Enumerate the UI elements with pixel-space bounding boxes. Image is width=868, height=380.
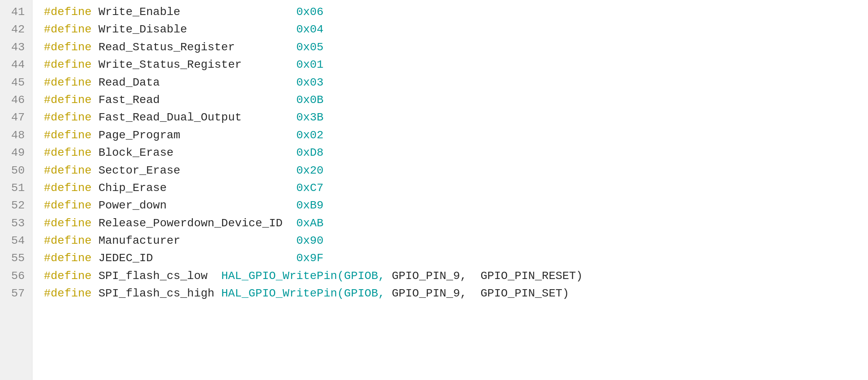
- define-keyword: #define: [44, 162, 98, 179]
- define-keyword: #define: [44, 285, 98, 302]
- code-line: #define Read_Status_Register 0x05: [44, 39, 868, 56]
- macro-name: Read_Data: [98, 74, 296, 91]
- line-number: 48: [7, 127, 25, 144]
- code-line: #define Power_down 0xB9: [44, 197, 868, 214]
- code-line: #define Write_Status_Register 0x01: [44, 56, 868, 73]
- macro-value: 0x01: [296, 56, 324, 73]
- code-line: #define SPI_flash_cs_low HAL_GPIO_WriteP…: [44, 267, 868, 285]
- code-line: #define Page_Program 0x02: [44, 127, 868, 144]
- line-number: 46: [7, 91, 25, 109]
- define-keyword: #define: [44, 232, 98, 249]
- define-keyword: #define: [44, 127, 98, 144]
- macro-value: HAL_GPIO_WritePin(GPIOB,: [221, 285, 385, 302]
- macro-value: 0xB9: [296, 197, 324, 214]
- code-line: #define Write_Disable 0x04: [44, 21, 868, 38]
- define-keyword: #define: [44, 179, 98, 197]
- macro-name: Page_Program: [98, 127, 296, 144]
- macro-name: Fast_Read: [98, 91, 296, 109]
- define-keyword: #define: [44, 197, 98, 214]
- macro-value: 0x9F: [296, 249, 324, 267]
- code-line: #define Write_Enable 0x06: [44, 3, 868, 21]
- define-keyword: #define: [44, 109, 98, 126]
- line-number: 50: [7, 162, 25, 179]
- macro-name: Write_Status_Register: [98, 56, 296, 73]
- line-number: 53: [7, 215, 25, 232]
- macro-name: Manufacturer: [98, 232, 296, 249]
- line-number: 47: [7, 109, 25, 126]
- code-line: #define Release_Powerdown_Device_ID 0xAB: [44, 215, 868, 232]
- code-lines: #define Write_Enable 0x06#define Write_D…: [32, 0, 868, 380]
- line-number: 41: [7, 3, 25, 21]
- define-keyword: #define: [44, 56, 98, 73]
- macro-name: JEDEC_ID: [98, 249, 296, 267]
- line-number: 52: [7, 197, 25, 214]
- macro-value: 0xAB: [296, 215, 324, 232]
- macro-value: 0x03: [296, 74, 324, 91]
- define-keyword: #define: [44, 267, 98, 285]
- macro-value: 0x3B: [296, 109, 324, 126]
- macro-value: 0xC7: [296, 179, 324, 197]
- macro-name: Write_Disable: [98, 21, 296, 38]
- line-number: 49: [7, 144, 25, 161]
- macro-name: Read_Status_Register: [98, 39, 296, 56]
- macro-name: Fast_Read_Dual_Output: [98, 109, 296, 126]
- line-number: 45: [7, 74, 25, 91]
- macro-value: 0x02: [296, 127, 324, 144]
- code-line: #define Read_Data 0x03: [44, 74, 868, 91]
- line-number: 57: [7, 285, 25, 302]
- define-keyword: #define: [44, 91, 98, 109]
- macro-args: GPIO_PIN_9, GPIO_PIN_RESET): [385, 267, 583, 285]
- macro-value: 0x90: [296, 232, 324, 249]
- define-keyword: #define: [44, 3, 98, 21]
- macro-value: 0x0B: [296, 91, 324, 109]
- define-keyword: #define: [44, 39, 98, 56]
- define-keyword: #define: [44, 144, 98, 161]
- macro-args: GPIO_PIN_9, GPIO_PIN_SET): [385, 285, 569, 302]
- macro-value: 0x06: [296, 3, 324, 21]
- code-line: #define Chip_Erase 0xC7: [44, 179, 868, 197]
- define-keyword: #define: [44, 74, 98, 91]
- line-numbers: 4142434445464748495051525354555657: [0, 0, 32, 380]
- macro-value: 0xD8: [296, 144, 324, 161]
- macro-value: 0x04: [296, 21, 324, 38]
- macro-value: HAL_GPIO_WritePin(GPIOB,: [221, 267, 385, 285]
- macro-name: Block_Erase: [98, 144, 296, 161]
- macro-name: Chip_Erase: [98, 179, 296, 197]
- macro-name: SPI_flash_cs_low: [98, 267, 221, 285]
- macro-value: 0x05: [296, 39, 324, 56]
- code-line: #define JEDEC_ID 0x9F: [44, 249, 868, 267]
- code-line: #define Fast_Read 0x0B: [44, 91, 868, 109]
- line-number: 43: [7, 39, 25, 56]
- macro-name: Sector_Erase: [98, 162, 296, 179]
- define-keyword: #define: [44, 21, 98, 38]
- macro-name: Power_down: [98, 197, 296, 214]
- macro-name: Release_Powerdown_Device_ID: [98, 215, 296, 232]
- define-keyword: #define: [44, 249, 98, 267]
- code-container: 4142434445464748495051525354555657 #defi…: [0, 0, 868, 380]
- code-line: #define SPI_flash_cs_high HAL_GPIO_Write…: [44, 285, 868, 302]
- macro-value: 0x20: [296, 162, 324, 179]
- code-line: #define Sector_Erase 0x20: [44, 162, 868, 179]
- define-keyword: #define: [44, 215, 98, 232]
- line-number: 42: [7, 21, 25, 38]
- code-line: #define Block_Erase 0xD8: [44, 144, 868, 161]
- macro-name: SPI_flash_cs_high: [98, 285, 221, 302]
- macro-name: Write_Enable: [98, 3, 296, 21]
- line-number: 54: [7, 232, 25, 249]
- line-number: 51: [7, 179, 25, 197]
- code-line: #define Fast_Read_Dual_Output 0x3B: [44, 109, 868, 126]
- code-line: #define Manufacturer 0x90: [44, 232, 868, 249]
- line-number: 56: [7, 267, 25, 285]
- line-number: 55: [7, 249, 25, 267]
- line-number: 44: [7, 56, 25, 73]
